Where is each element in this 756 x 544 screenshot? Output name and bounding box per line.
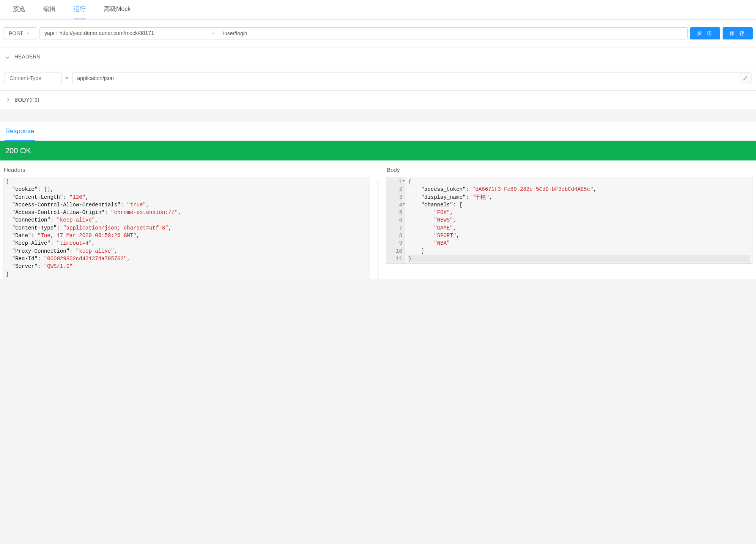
header-value-input[interactable] xyxy=(72,72,739,84)
header-key-input[interactable] xyxy=(5,72,61,84)
response-headers-panel: Headers { "cookie": [], "Content-Length"… xyxy=(3,165,370,279)
response-tab[interactable]: Response xyxy=(5,122,35,141)
response-body-panel: Body 1234567891011 { "access_token": "dA… xyxy=(386,165,753,279)
response-body-code[interactable]: 1234567891011 { "access_token": "dA6671f… xyxy=(386,177,753,264)
env-select[interactable]: yapi：http://yapi.demo.qunar.com/mock/881… xyxy=(39,27,218,39)
main-tabs: 预览 编辑 运行 高级Mock xyxy=(0,0,756,20)
chevron-down-icon xyxy=(212,33,215,35)
response-body-title: Body xyxy=(386,165,753,177)
chevron-down-icon xyxy=(26,33,29,35)
header-row: = xyxy=(0,66,756,90)
response-headers-title: Headers xyxy=(3,165,370,177)
response-block: Response 200 OK Headers { "cookie": [], … xyxy=(0,122,756,279)
edit-header-button[interactable] xyxy=(739,72,751,84)
method-select[interactable]: POST xyxy=(3,27,37,39)
caret-right-icon xyxy=(6,98,10,102)
tab-run[interactable]: 运行 xyxy=(74,0,86,19)
headers-label: HEADERS xyxy=(14,53,40,60)
send-button[interactable]: 发 送 xyxy=(690,27,720,39)
body-section: BODY(F9) xyxy=(0,90,756,109)
body-label: BODY(F9) xyxy=(14,97,39,103)
tab-preview[interactable]: 预览 xyxy=(13,0,25,19)
tab-edit[interactable]: 编辑 xyxy=(43,0,55,19)
headers-toggle[interactable]: HEADERS xyxy=(0,47,756,66)
caret-down-icon xyxy=(6,55,10,58)
panel-separator xyxy=(378,179,378,279)
request-bar: POST yapi：http://yapi.demo.qunar.com/moc… xyxy=(0,20,756,47)
equals-sign: = xyxy=(65,75,68,81)
save-button[interactable]: 保 存 xyxy=(723,27,753,39)
headers-section: HEADERS = xyxy=(0,47,756,90)
method-label: POST xyxy=(9,30,23,36)
body-toggle[interactable]: BODY(F9) xyxy=(0,91,756,109)
tab-advanced-mock[interactable]: 高级Mock xyxy=(104,0,131,19)
status-bar: 200 OK xyxy=(0,141,756,160)
pencil-icon xyxy=(743,75,748,81)
response-headers-code[interactable]: { "cookie": [], "Content-Length": "126",… xyxy=(3,177,370,279)
path-input[interactable] xyxy=(218,27,688,39)
env-label: yapi：http://yapi.demo.qunar.com/mock/881… xyxy=(44,30,154,37)
